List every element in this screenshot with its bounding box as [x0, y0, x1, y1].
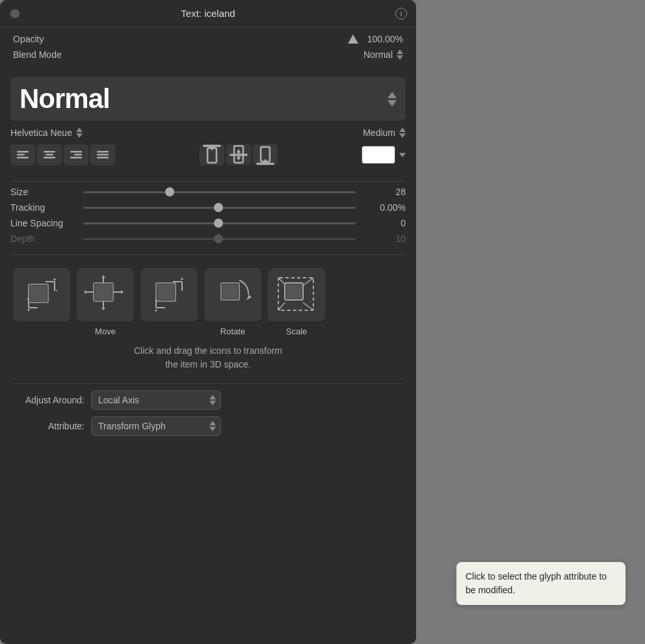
blend-mode-row: Blend Mode Normal — [13, 49, 403, 60]
line-spacing-thumb[interactable] — [214, 219, 223, 228]
adjust-around-label: Adjust Around: — [13, 395, 85, 405]
line-spacing-label: Line Spacing — [10, 218, 75, 228]
blend-mode-stepper[interactable] — [397, 49, 403, 60]
color-swatch-row — [362, 146, 406, 164]
line-spacing-row: Line Spacing 0 — [10, 218, 406, 228]
font-style-up-arrow[interactable] — [388, 92, 397, 98]
instruction-text: Click and drag the icons to transformthe… — [13, 344, 403, 371]
line-spacing-slider[interactable] — [83, 222, 356, 224]
svg-rect-1 — [17, 154, 25, 156]
line-spacing-value: 0 — [363, 218, 406, 228]
svg-rect-6 — [70, 151, 82, 153]
svg-marker-39 — [101, 275, 105, 278]
svg-rect-8 — [70, 157, 82, 159]
font-style-box: Normal — [10, 77, 406, 121]
adjust-around-row: Adjust Around: Local Axis World Axis Scr… — [13, 390, 403, 410]
svg-rect-59 — [286, 284, 302, 299]
size-value: 28 — [363, 187, 406, 197]
callout-box: Click to select the glyph attribute to b… — [456, 562, 625, 605]
blend-mode-down-arrow[interactable] — [397, 55, 403, 60]
tracking-slider[interactable] — [83, 207, 356, 209]
svg-rect-47 — [157, 284, 174, 300]
svg-marker-30 — [53, 278, 56, 280]
font-weight-up-arrow[interactable] — [399, 127, 406, 132]
svg-rect-55 — [222, 284, 238, 299]
valign-bottom-button[interactable] — [253, 144, 278, 165]
tracking-slider-thumb[interactable] — [214, 203, 223, 212]
svg-line-66 — [303, 302, 313, 310]
info-button[interactable]: i — [395, 8, 407, 20]
font-family-down-arrow[interactable] — [76, 133, 83, 138]
font-weight-selector[interactable]: Medium — [363, 127, 406, 138]
svg-marker-21 — [236, 157, 241, 160]
svg-rect-27 — [30, 286, 47, 301]
svg-rect-3 — [44, 151, 55, 153]
transform-section: Move Rotate Scale Click and drag the ico… — [0, 262, 416, 449]
blend-mode-up-arrow[interactable] — [397, 49, 403, 54]
justify-button[interactable] — [90, 144, 115, 165]
move-icon-2[interactable] — [77, 268, 134, 321]
svg-marker-19 — [236, 149, 241, 152]
callout-text: Click to select the glyph attribute to b… — [466, 571, 607, 595]
svg-marker-45 — [121, 290, 124, 294]
size-slider[interactable] — [83, 191, 356, 193]
align-center-button[interactable] — [37, 144, 62, 165]
font-weight-down-arrow[interactable] — [399, 133, 406, 138]
move-label: Move — [77, 327, 134, 336]
move-label-1 — [13, 327, 70, 336]
scale-icon[interactable] — [268, 268, 325, 321]
depth-value: 10 — [363, 234, 406, 244]
align-left-button[interactable] — [10, 144, 35, 165]
svg-marker-53 — [155, 310, 157, 312]
svg-marker-56 — [246, 295, 252, 300]
color-chevron[interactable] — [399, 153, 406, 157]
font-style-down-arrow[interactable] — [388, 100, 397, 107]
svg-line-62 — [303, 278, 313, 286]
svg-rect-9 — [97, 151, 109, 153]
font-controls-row: Helvetica Neue Medium — [10, 127, 406, 138]
svg-marker-34 — [27, 309, 30, 312]
font-style-stepper[interactable] — [388, 92, 397, 107]
svg-rect-0 — [17, 151, 29, 153]
valign-middle-button[interactable] — [226, 144, 251, 165]
blend-mode-select[interactable]: Normal — [363, 49, 403, 60]
svg-rect-10 — [97, 154, 109, 156]
font-weight-stepper[interactable] — [399, 127, 406, 138]
opacity-label: Opacity — [13, 34, 44, 44]
font-display-name: Normal — [20, 83, 110, 114]
blend-mode-label: Blend Mode — [13, 49, 62, 60]
font-family-stepper[interactable] — [76, 127, 83, 138]
attribute-row: Attribute: Transform Glyph Transform Cha… — [13, 416, 403, 436]
opacity-value: 100.00% — [367, 34, 403, 44]
size-slider-thumb[interactable] — [165, 187, 174, 196]
font-family-up-arrow[interactable] — [76, 127, 83, 132]
svg-marker-41 — [101, 308, 105, 310]
move-icon-3[interactable] — [140, 268, 198, 321]
vertical-align-buttons — [200, 144, 278, 165]
svg-rect-4 — [46, 154, 53, 156]
move-icon-1[interactable] — [13, 268, 70, 321]
transform-icons-row — [13, 268, 403, 321]
adjust-around-select[interactable]: Local Axis World Axis Screen Axis — [91, 390, 221, 410]
depth-slider — [83, 238, 356, 240]
svg-rect-11 — [97, 157, 109, 159]
depth-thumb — [214, 234, 223, 243]
rotate-icon[interactable] — [204, 268, 261, 321]
opacity-slider-thumb[interactable] — [348, 34, 358, 44]
tracking-value: 0.00% — [363, 202, 406, 213]
svg-marker-50 — [181, 277, 183, 280]
valign-top-button[interactable] — [200, 144, 224, 165]
attribute-select[interactable]: Transform Glyph Transform Character Tran… — [91, 416, 221, 436]
color-swatch[interactable] — [362, 146, 395, 164]
attribute-label: Attribute: — [13, 421, 85, 431]
adjust-around-dropdown-wrapper: Local Axis World Axis Screen Axis — [91, 390, 221, 410]
tracking-row: Tracking 0.00% — [10, 202, 406, 213]
alignment-color-row — [10, 144, 406, 165]
size-label: Size — [10, 187, 75, 197]
svg-rect-7 — [74, 154, 82, 156]
main-panel: Text: iceland i Opacity 100.00% Blend Mo… — [0, 0, 416, 644]
font-family-selector[interactable]: Helvetica Neue — [10, 127, 83, 138]
rotate-label: Rotate — [204, 327, 261, 336]
align-right-button[interactable] — [64, 144, 88, 165]
close-button[interactable] — [10, 9, 20, 18]
